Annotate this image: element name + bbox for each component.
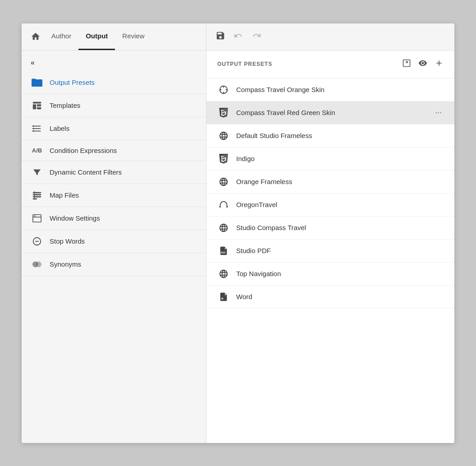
preset-label: Word	[236, 293, 444, 300]
tab-author[interactable]: Author	[44, 23, 78, 50]
globe-icon	[217, 177, 230, 187]
svg-rect-13	[33, 196, 41, 197]
sidebar-item-label: Map Files	[50, 191, 79, 199]
svg-rect-4	[37, 107, 41, 109]
toolbar	[206, 31, 261, 43]
svg-rect-1	[33, 102, 41, 103]
globe-icon	[217, 223, 230, 233]
sidebar-item-label: Labels	[50, 125, 69, 132]
svg-point-9	[32, 128, 34, 129]
collapse-button[interactable]: «	[22, 51, 206, 71]
svg-text:W: W	[221, 297, 224, 300]
svg-rect-26	[226, 205, 228, 208]
preset-item-studio-pdf[interactable]: PDF Studio PDF	[206, 240, 454, 263]
top-bar: Author Output Review	[22, 23, 454, 51]
sidebar: « Output Presets	[22, 51, 206, 443]
top-bar-left: Author Output Review	[22, 23, 206, 50]
svg-rect-25	[220, 205, 221, 208]
svg-rect-16	[33, 214, 41, 222]
preset-item-top-navigation[interactable]: Top Navigation	[206, 263, 454, 286]
sidebar-item-window-settings[interactable]: Window Settings	[22, 207, 206, 230]
preset-item-compass-red-green[interactable]: Compass Travel Red Green Skin ···	[206, 102, 454, 125]
sidebar-item-label: Templates	[50, 102, 80, 109]
svg-rect-12	[33, 194, 41, 195]
svg-point-10	[32, 130, 34, 132]
folder-icon	[31, 78, 43, 88]
sidebar-item-label: Dynamic Content Filters	[50, 168, 122, 176]
svg-rect-0	[32, 79, 42, 87]
svg-point-8	[32, 125, 34, 127]
preset-label: Compass Travel Red Green Skin	[236, 109, 427, 116]
templates-icon	[31, 101, 43, 111]
tab-output[interactable]: Output	[78, 23, 115, 50]
preset-label: Compass Travel Orange Skin	[236, 86, 444, 93]
preset-label: Indigo	[236, 155, 444, 162]
svg-rect-11	[33, 192, 41, 193]
ab-icon: A/B	[31, 147, 43, 154]
svg-rect-3	[37, 104, 41, 106]
stopwords-icon	[31, 236, 43, 246]
preset-item-word[interactable]: W Word	[206, 286, 454, 309]
sidebar-item-templates[interactable]: Templates	[22, 94, 206, 117]
sidebar-item-stop-words[interactable]: Stop Words	[22, 230, 206, 253]
filter-icon	[31, 167, 43, 177]
svg-text:PDF: PDF	[221, 251, 226, 254]
preset-item-studio-compass[interactable]: Studio Compass Travel	[206, 217, 454, 240]
sidebar-item-label: Window Settings	[50, 214, 100, 222]
sidebar-item-label: Condition Expressions	[50, 147, 117, 154]
preset-label: Top Navigation	[236, 270, 444, 277]
panel-header: OUTPUT PRESETS	[206, 51, 454, 78]
preset-label: Studio PDF	[236, 247, 444, 254]
redo-button[interactable]	[252, 31, 261, 43]
export-icon[interactable]	[402, 59, 411, 70]
preset-item-orange-frameless[interactable]: Orange Frameless	[206, 171, 454, 194]
pdf-icon: PDF	[217, 246, 230, 256]
preset-list: Compass Travel Orange Skin Compass Trave…	[206, 78, 454, 443]
preset-label: Orange Frameless	[236, 178, 444, 185]
sidebar-item-dynamic-content-filters[interactable]: Dynamic Content Filters	[22, 161, 206, 184]
labels-icon	[31, 124, 43, 134]
sidebar-item-label: Output Presets	[50, 78, 95, 86]
undo-button[interactable]	[233, 31, 243, 43]
preset-item-indigo[interactable]: Indigo	[206, 148, 454, 171]
html5-icon	[217, 154, 230, 164]
sidebar-item-label: Synonyms	[50, 260, 81, 268]
synonyms-icon	[31, 259, 43, 269]
add-icon[interactable]	[435, 59, 444, 70]
html5-icon	[217, 108, 230, 118]
preset-label: Studio Compass Travel	[236, 224, 444, 231]
headset-icon	[217, 200, 230, 210]
sidebar-item-label: Stop Words	[50, 237, 85, 245]
preset-item-compass-orange[interactable]: Compass Travel Orange Skin	[206, 78, 454, 102]
panel-title: OUTPUT PRESETS	[217, 61, 395, 67]
main-content: « Output Presets	[22, 51, 454, 443]
globe-icon	[217, 85, 230, 95]
app-window: Author Output Review «	[22, 23, 454, 443]
preset-label: Default Studio Frameless	[236, 132, 444, 139]
svg-rect-14	[33, 198, 37, 199]
sidebar-item-condition-expressions[interactable]: A/B Condition Expressions	[22, 140, 206, 161]
svg-rect-20	[35, 241, 38, 242]
right-panel: OUTPUT PRESETS	[206, 51, 454, 443]
save-button[interactable]	[215, 31, 225, 43]
preset-item-default-frameless[interactable]: Default Studio Frameless	[206, 125, 454, 148]
svg-point-22	[36, 261, 41, 267]
word-icon: W	[217, 292, 230, 302]
svg-rect-2	[33, 104, 36, 109]
more-options-button[interactable]: ···	[433, 108, 444, 117]
sidebar-item-map-files[interactable]: Map Files	[22, 184, 206, 207]
preview-icon[interactable]	[418, 59, 427, 70]
window-icon	[31, 213, 43, 223]
preset-label: OregonTravel	[236, 201, 444, 208]
sidebar-item-output-presets[interactable]: Output Presets	[22, 71, 206, 94]
tab-review[interactable]: Review	[115, 23, 151, 50]
mapfiles-icon	[31, 190, 43, 200]
sidebar-item-labels[interactable]: Labels	[22, 117, 206, 140]
sidebar-item-synonyms[interactable]: Synonyms	[22, 253, 206, 276]
preset-item-oregon-travel[interactable]: OregonTravel	[206, 194, 454, 217]
home-button[interactable]	[31, 32, 41, 42]
globe-icon	[217, 131, 230, 141]
globe-icon	[217, 269, 230, 279]
